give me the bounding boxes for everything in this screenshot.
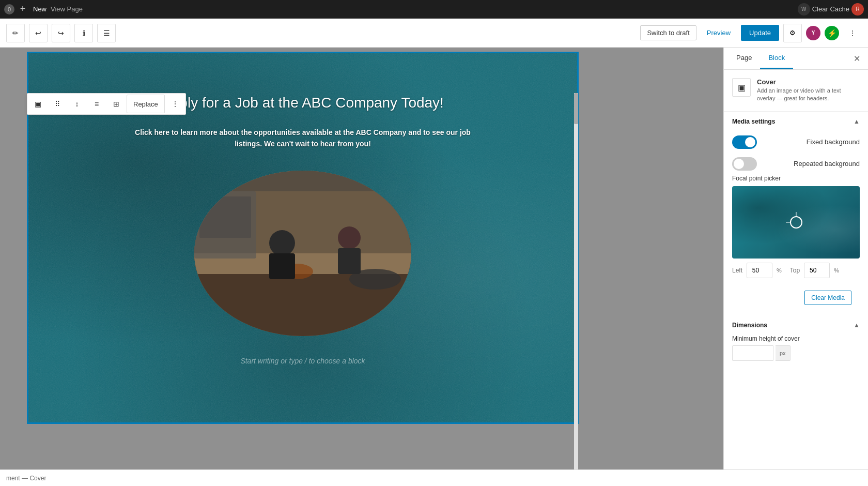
cover-oval-image[interactable] <box>194 171 411 336</box>
media-settings-section: Media settings ▲ Fixed background <box>724 112 868 315</box>
focal-point-section: Focal point picker Left % Top % <box>724 175 868 286</box>
block-info-section: ▣ Cover Add an image or video with a tex… <box>724 70 868 112</box>
block-description: Add an image or video with a text overla… <box>757 87 860 103</box>
min-height-label: Minimum height of cover <box>732 335 860 342</box>
svg-rect-9 <box>338 248 361 274</box>
cover-content: Apply for a Job at the ABC Company Today… <box>39 74 567 365</box>
clear-media-button[interactable]: Clear Media <box>804 291 851 305</box>
scroll-indicator[interactable] <box>574 93 578 469</box>
panel-tabs: Page Block ✕ <box>724 48 868 70</box>
svg-point-6 <box>269 230 295 256</box>
main-layout: ▣ ⠿ ↕ ≡ ⊞ Replace ⋮ Apply for a Job at t… <box>0 48 868 486</box>
focal-left-unit: % <box>777 267 782 274</box>
block-toolbar: ▣ ⠿ ↕ ≡ ⊞ Replace ⋮ <box>27 93 186 115</box>
fixed-background-slider <box>732 135 757 149</box>
focal-top-unit: % <box>834 267 839 274</box>
panel-content: ▣ Cover Add an image or video with a tex… <box>724 70 868 486</box>
add-block-button[interactable]: + <box>17 3 29 16</box>
focal-point-label: Focal point picker <box>732 175 860 182</box>
repeated-background-toggle[interactable] <box>732 157 757 171</box>
media-settings-title: Media settings <box>732 118 775 125</box>
svg-rect-12 <box>194 171 411 191</box>
panel-close-button[interactable]: ✕ <box>849 51 864 66</box>
more-block-options[interactable]: ⋮ <box>166 95 184 113</box>
focal-point-picker[interactable] <box>732 186 860 259</box>
dimensions-header[interactable]: Dimensions ▲ <box>724 315 868 335</box>
replace-button[interactable]: Replace <box>127 95 165 113</box>
breadcrumb: ment — Cover <box>0 469 868 486</box>
media-settings-header[interactable]: Media settings ▲ <box>724 112 868 131</box>
focal-left-input[interactable] <box>747 263 772 278</box>
editor-toolbar: ✏ ↩ ↪ ℹ ☰ Switch to draft Preview Update… <box>0 19 868 48</box>
block-info-text: Cover Add an image or video with a text … <box>757 78 860 103</box>
focal-top-input[interactable] <box>804 263 830 278</box>
clear-media-row: Clear Media <box>724 286 868 315</box>
breadcrumb-text: ment — Cover <box>6 475 46 482</box>
focal-left-label: Left <box>732 267 742 274</box>
scroll-thumb[interactable] <box>574 93 578 124</box>
performance-icon[interactable]: ⚡ <box>825 26 839 40</box>
svg-rect-11 <box>199 196 251 238</box>
revision-count: 0 <box>4 4 14 14</box>
settings-button[interactable]: ⚙ <box>783 24 802 42</box>
fixed-background-toggle[interactable] <box>732 135 757 149</box>
media-settings-chevron: ▲ <box>854 118 860 125</box>
dimensions-content: Minimum height of cover px <box>724 335 868 361</box>
cover-subtitle[interactable]: Click here to learn more about the oppor… <box>122 127 484 150</box>
min-height-unit: px <box>776 345 791 361</box>
wp-icon: W <box>798 3 810 16</box>
layout-button[interactable]: ⊞ <box>107 95 126 113</box>
info-button[interactable]: ℹ <box>74 24 93 42</box>
block-type-button[interactable]: ▣ <box>28 95 47 113</box>
block-name: Cover <box>757 78 860 86</box>
switch-to-draft-button[interactable]: Switch to draft <box>640 25 696 40</box>
block-type-icon: ▣ <box>732 78 751 97</box>
kitchen-scene-svg <box>194 171 411 336</box>
update-button[interactable]: Update <box>741 25 779 41</box>
user-avatar[interactable]: R <box>851 3 864 16</box>
editor-canvas[interactable]: ▣ ⠿ ↕ ≡ ⊞ Replace ⋮ Apply for a Job at t… <box>0 48 723 486</box>
align-button[interactable]: ≡ <box>87 95 106 113</box>
preview-button[interactable]: Preview <box>701 26 737 40</box>
svg-rect-7 <box>269 253 295 279</box>
fixed-background-label: Fixed background <box>807 138 860 146</box>
list-view-button[interactable]: ☰ <box>97 24 116 42</box>
clear-cache-text: Clear Cache <box>812 5 849 13</box>
view-page-button[interactable]: View Page <box>51 5 83 13</box>
more-options-button[interactable]: ⋮ <box>843 24 862 42</box>
fixed-background-row: Fixed background <box>724 131 868 153</box>
drag-handle[interactable]: ⠿ <box>48 95 67 113</box>
yoast-icon[interactable]: Y <box>806 26 820 40</box>
min-height-input[interactable] <box>732 345 773 361</box>
repeated-background-slider <box>732 157 757 171</box>
svg-point-8 <box>338 226 361 249</box>
dimensions-title: Dimensions <box>732 322 767 329</box>
repeated-background-row: Repeated background <box>724 153 868 175</box>
focal-inputs: Left % Top % <box>732 263 860 278</box>
dimensions-chevron: ▲ <box>854 322 860 329</box>
tab-page[interactable]: Page <box>728 48 760 69</box>
topbar: 0 + New View Page W Clear Cache R <box>0 0 868 19</box>
focal-top-label: Top <box>790 267 800 274</box>
repeated-background-label: Repeated background <box>794 160 860 168</box>
redo-button[interactable]: ↪ <box>52 24 70 42</box>
undo-button[interactable]: ↩ <box>29 24 48 42</box>
start-writing-placeholder[interactable]: Start writing or type / to choose a bloc… <box>240 357 365 365</box>
dimensions-section: Dimensions ▲ Minimum height of cover px <box>724 315 868 361</box>
min-height-input-group: px <box>732 345 860 361</box>
move-up-down[interactable]: ↕ <box>68 95 86 113</box>
cover-title[interactable]: Apply for a Job at the ABC Company Today… <box>162 95 444 111</box>
edit-pen-button[interactable]: ✏ <box>6 24 25 42</box>
cover-oval-inner <box>194 171 411 336</box>
right-panel: Page Block ✕ ▣ Cover Add an image or vid… <box>723 48 868 486</box>
new-button[interactable]: New <box>31 5 49 13</box>
tab-block[interactable]: Block <box>760 48 793 69</box>
focal-crosshair <box>790 216 802 229</box>
